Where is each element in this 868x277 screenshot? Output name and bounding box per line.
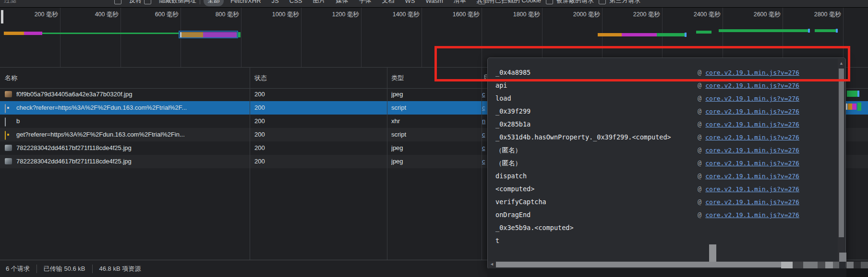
call-stack-frame[interactable]: （匿名）@ core.v2.19.1.min.js?v=276 [488,144,845,157]
scroll-left-icon[interactable]: ◄ [490,262,494,266]
invert-checkbox[interactable] [114,0,121,4]
filter-pill-4[interactable]: 图片 [309,0,329,6]
column-header-status[interactable]: 状态 [254,68,267,88]
toolbar-checkbox[interactable] [546,0,553,4]
call-stack-frame[interactable]: verifyCaptcha@ core.v2.19.1.min.js?v=276 [488,196,845,208]
column-header-name[interactable]: 名称 [5,68,17,88]
initiator-link[interactable]: c [482,101,487,115]
file-thumbnail-icon [5,145,12,151]
column-divider[interactable] [482,67,482,260]
call-stack-frame[interactable]: <computed>@ core.v2.19.1.min.js?v=276 [488,183,845,196]
resource-size: 46.8 kB 项资源 [99,265,141,273]
filter-pill-5[interactable]: 媒体 [332,0,352,6]
overview-bar [598,33,622,36]
filter-pill-10[interactable]: 清单 [450,0,470,6]
filter-pill-1[interactable]: Fetch/XHR [227,0,265,6]
request-type: jpeg [391,88,478,101]
transferred-size: 已传输 50.6 kB [44,265,85,273]
hide-data-urls-checkbox[interactable] [144,0,151,4]
overview-bar [4,32,24,35]
filter-pill-3[interactable]: CSS [286,0,306,6]
filter-pill-9[interactable]: Wasm [422,0,446,6]
frame-function-name: onDragEnd [495,208,530,221]
call-stack-frame[interactable]: _0x285b1a@ core.v2.19.1.min.js?v=276 [488,118,845,131]
call-stack-frame[interactable]: _0x39f299@ core.v2.19.1.min.js?v=276 [488,105,845,118]
request-name: check?referer=https%3A%2F%2Fdun.163.com%… [16,101,246,115]
waterfall-bar [846,104,847,110]
frame-source: @ core.v2.19.1.min.js?v=276 [698,208,839,221]
summary-separator [92,265,93,273]
frame-function-name: t [495,234,499,247]
initiator-link[interactable]: c [482,141,487,155]
ruler-tick-label: 1200 毫秒 [301,11,359,18]
frame-function-name: _0x39f299 [495,105,530,118]
overview-left-handle[interactable] [1,10,3,23]
at-symbol: @ [698,107,701,115]
request-type: jpeg [391,141,478,155]
filter-pill-2[interactable]: JS [268,0,283,6]
initiator-link[interactable]: n [482,115,487,128]
at-symbol: @ [698,185,701,193]
overview-bar [42,33,179,34]
source-file-link[interactable]: core.v2.19.1.min.js?v=276 [705,82,799,89]
horizontal-scroll-thumb[interactable] [496,262,782,267]
filter-pill-7[interactable]: 文档 [378,0,398,6]
overview-bar [836,29,838,33]
initiator-link[interactable]: c [482,88,487,101]
filter-input[interactable]: 过滤 [4,0,16,7]
frame-function-name: load [495,92,511,105]
toolbar-checkbox-label: 被屏蔽的请求 [556,0,594,5]
call-stack-frame[interactable]: t [488,234,845,247]
toolbar-checkbox-label: 有已拦截的 Cookie [489,0,541,5]
waterfall-bar [848,104,852,110]
filter-pill-6[interactable]: 字体 [355,0,375,6]
column-header-type[interactable]: 类型 [391,68,404,88]
call-stack-frame[interactable]: onDragEnd@ core.v2.19.1.min.js?v=276 [488,208,845,221]
column-divider[interactable] [250,67,250,260]
hide-data-urls-label: 隐藏数据网址 [159,0,196,5]
devtools-network-panel: 过滤 反转 隐藏数据网址 全部Fetch/XHRJSCSS图片媒体字体文档WSW… [0,0,868,277]
filter-pill-8[interactable]: WS [401,0,419,6]
ruler-tick-label: 400 毫秒 [61,11,119,18]
source-file-link[interactable]: core.v2.19.1.min.js?v=276 [705,198,799,206]
column-divider[interactable] [387,67,387,260]
source-file-link[interactable]: core.v2.19.1.min.js?v=276 [705,108,799,115]
source-file-link[interactable]: core.v2.19.1.min.js?v=276 [705,185,799,193]
source-file-link[interactable]: core.v2.19.1.min.js?v=276 [705,121,799,128]
waterfall-bar [847,91,857,97]
call-stack-frame[interactable]: _0x3e5b9a.<computed> [488,221,845,234]
overview-selection-window[interactable] [179,31,238,38]
frame-source: @ core.v2.19.1.min.js?v=276 [698,105,839,118]
toolbar-checkbox[interactable] [478,0,485,4]
initiator-link[interactable]: c [482,155,487,168]
frame-source: @ core.v2.19.1.min.js?v=276 [698,196,839,208]
request-name: b [16,115,246,128]
filter-pill-0[interactable]: 全部 [204,0,224,6]
ruler-tick-label: 800 毫秒 [181,11,239,18]
call-stack-frame[interactable]: load@ core.v2.19.1.min.js?v=276 [488,92,845,105]
overview-bar [808,29,810,33]
source-file-link[interactable]: core.v2.19.1.min.js?v=276 [705,160,799,167]
source-file-link[interactable]: core.v2.19.1.min.js?v=276 [705,173,799,180]
request-name: f0f9b05a79d34405a6a42e3a77b0320f.jpg [16,88,246,101]
call-stack-frame[interactable]: dispatch@ core.v2.19.1.min.js?v=276 [488,170,845,183]
ruler-tick-label: 1000 毫秒 [241,11,299,18]
frame-function-name: verifyCaptcha [495,196,546,208]
source-file-link[interactable]: core.v2.19.1.min.js?v=276 [705,211,799,219]
popup-vertical-scrollbar[interactable]: ▲ [838,59,845,262]
script-file-icon [5,104,6,113]
source-file-link[interactable]: core.v2.19.1.min.js?v=276 [705,134,799,141]
status-code: 200 [254,155,379,168]
at-symbol: @ [698,133,701,141]
call-stack-frame[interactable]: _0x531d4b.hasOwnProperty._0x39f299.<comp… [488,131,845,144]
frame-function-name: _0x285b1a [495,118,530,131]
initiator-link[interactable]: c [482,128,487,141]
overview-bar [719,29,808,32]
at-symbol: @ [698,81,701,89]
call-stack-frame[interactable]: （匿名）@ core.v2.19.1.min.js?v=276 [488,157,845,170]
toolbar-checkbox[interactable] [599,0,606,4]
source-file-link[interactable]: core.v2.19.1.min.js?v=276 [705,95,799,102]
request-count: 6 个请求 [6,265,30,273]
vertical-scroll-thumb[interactable] [839,69,844,237]
source-file-link[interactable]: core.v2.19.1.min.js?v=276 [705,147,799,154]
